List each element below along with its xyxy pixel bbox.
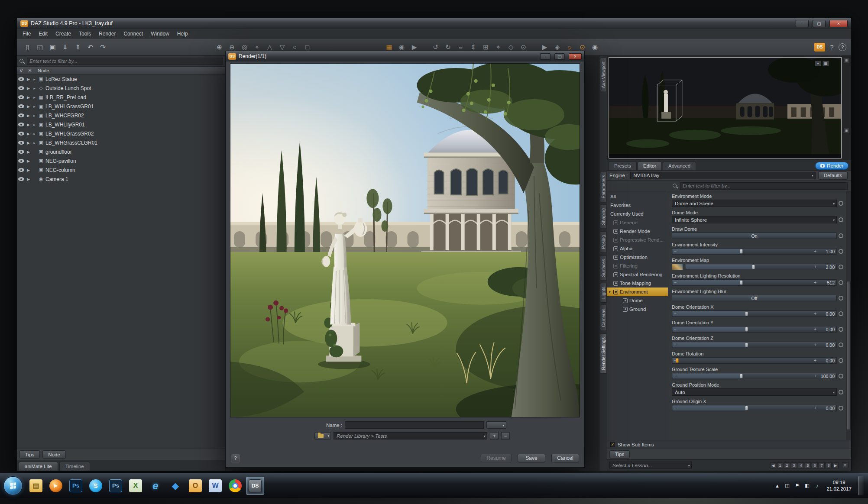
- render-button[interactable]: Render: [815, 162, 849, 170]
- selection-pointer-icon[interactable]: ▶: [26, 95, 31, 100]
- taskbar-daz-studio[interactable]: DS: [246, 477, 264, 495]
- property-toggle[interactable]: On: [672, 233, 837, 239]
- slider-handle[interactable]: [676, 358, 679, 363]
- scrollbar-thumb[interactable]: [847, 281, 851, 430]
- side-tab[interactable]: Cameras: [600, 305, 607, 331]
- tab-timeline[interactable]: Timeline: [59, 462, 90, 471]
- render-name-input[interactable]: [345, 421, 484, 429]
- property-slider[interactable]: 512: [672, 279, 837, 286]
- pager-page[interactable]: 1: [777, 462, 783, 468]
- selection-pointer-icon[interactable]: ▶: [26, 132, 31, 136]
- tips-button[interactable]: Tips: [19, 450, 40, 459]
- expand-caret-icon[interactable]: ▸: [32, 95, 36, 100]
- show-desktop-button[interactable]: [858, 476, 864, 495]
- settings-category[interactable]: ▾ Environment: [607, 288, 668, 296]
- pager-page[interactable]: 5: [805, 462, 811, 468]
- settings-category[interactable]: ▾ Progressive Rend...: [607, 236, 668, 244]
- scene-node-row[interactable]: ▶ ▸ ◉ Camera 1: [17, 174, 225, 184]
- slider-handle[interactable]: [745, 327, 748, 332]
- defaults-button[interactable]: Defaults: [818, 171, 848, 180]
- slider-increment-icon[interactable]: [814, 342, 816, 348]
- aux-camera-dropdown-icon[interactable]: ▾: [815, 61, 821, 66]
- taskbar-outlook[interactable]: O: [186, 477, 204, 495]
- menu-item[interactable]: Window: [147, 29, 173, 38]
- pager-page[interactable]: 7: [819, 462, 825, 468]
- property-slider[interactable]: 0.00: [672, 405, 837, 411]
- visibility-eye-icon[interactable]: [18, 77, 24, 81]
- slider-handle[interactable]: [745, 406, 748, 410]
- remove-folder-button[interactable]: −: [501, 432, 510, 439]
- selection-pointer-icon[interactable]: ▶: [26, 123, 31, 127]
- expand-caret-icon[interactable]: ▸: [32, 104, 36, 109]
- taskbar-word[interactable]: W: [206, 477, 224, 495]
- visibility-eye-icon[interactable]: [18, 86, 24, 90]
- pager-page[interactable]: 8: [826, 462, 832, 468]
- lesson-dropdown[interactable]: Select a Lesson...: [609, 462, 692, 469]
- scene-node-row[interactable]: ▶ ▸ ▣ LB_WHGrassCLGR01: [17, 138, 225, 147]
- gear-icon[interactable]: [839, 358, 843, 363]
- taskbar-excel[interactable]: X: [126, 477, 145, 495]
- visibility-eye-icon[interactable]: [18, 113, 24, 117]
- pager-prev-icon[interactable]: ◀: [770, 462, 776, 468]
- gear-icon[interactable]: [839, 327, 843, 332]
- visibility-eye-icon[interactable]: [18, 123, 24, 126]
- selection-pointer-icon[interactable]: ▶: [26, 113, 31, 118]
- property-slider[interactable]: 0.00: [672, 342, 837, 348]
- tray-flag-icon[interactable]: ⚑: [794, 483, 800, 488]
- slider-increment-icon[interactable]: [814, 358, 816, 363]
- redo-icon[interactable]: ↷: [97, 41, 109, 53]
- taskbar-photoshop[interactable]: Ps: [67, 477, 85, 495]
- slider-increment-icon[interactable]: [814, 249, 816, 254]
- property-slider[interactable]: 0.00: [672, 326, 837, 333]
- render-dialog-titlebar[interactable]: DS Render(1/1) – ▢ ×: [226, 51, 584, 61]
- selection-pointer-icon[interactable]: ▶: [26, 177, 31, 181]
- aux-viewport-preview[interactable]: ▾ ▦: [609, 57, 842, 158]
- whats-this-icon[interactable]: ?: [826, 41, 838, 53]
- taskbar-internet-explorer[interactable]: e: [146, 477, 165, 495]
- slider-increment-icon[interactable]: [814, 326, 816, 332]
- slider-decrement-icon[interactable]: [674, 249, 677, 254]
- settings-category[interactable]: ▾ Spectral Rendering: [607, 270, 668, 279]
- settings-category[interactable]: ▾ Dome: [607, 296, 668, 305]
- gear-icon[interactable]: [839, 296, 843, 300]
- start-button[interactable]: [3, 476, 23, 495]
- property-slider[interactable]: 100.00: [672, 373, 837, 379]
- undo-icon[interactable]: ↶: [84, 41, 96, 53]
- menu-item[interactable]: Edit: [35, 29, 52, 38]
- new-scene-icon[interactable]: ▯: [22, 41, 33, 53]
- menu-item[interactable]: Tools: [75, 29, 95, 38]
- minimize-button[interactable]: –: [796, 20, 809, 27]
- add-folder-button[interactable]: +: [490, 432, 499, 439]
- gear-icon[interactable]: [839, 342, 843, 347]
- gear-icon[interactable]: [839, 311, 843, 316]
- visibility-eye-icon[interactable]: [18, 168, 24, 172]
- tray-expand-icon[interactable]: ▲: [774, 483, 780, 488]
- visibility-eye-icon[interactable]: [18, 104, 24, 108]
- export-icon[interactable]: ⇑: [72, 41, 84, 53]
- selection-pointer-icon[interactable]: ▶: [26, 86, 31, 90]
- expand-caret-icon[interactable]: ▸: [32, 141, 36, 145]
- scene-node-row[interactable]: ▶ ▸ ▦ !LB_RR_PreLoad: [17, 93, 225, 102]
- menu-item[interactable]: Connect: [120, 29, 147, 38]
- property-slider[interactable]: 1.00: [672, 248, 837, 255]
- import-icon[interactable]: ⇓: [59, 41, 71, 53]
- slider-decrement-icon[interactable]: [674, 326, 677, 332]
- pager-next-icon[interactable]: ▶: [832, 462, 839, 468]
- taskbar-media-player[interactable]: ▶: [47, 477, 65, 495]
- visibility-eye-icon[interactable]: [18, 141, 24, 145]
- slider-decrement-icon[interactable]: [674, 405, 677, 411]
- selection-pointer-icon[interactable]: ▶: [26, 77, 31, 81]
- expand-caret-icon[interactable]: ▸: [32, 113, 36, 118]
- settings-category[interactable]: ▾ General: [607, 218, 668, 227]
- pager-page[interactable]: 6: [812, 462, 818, 468]
- scene-filter-input[interactable]: [27, 58, 223, 65]
- expand-caret-icon[interactable]: ▸: [32, 132, 36, 136]
- tab-aux-viewport[interactable]: Aux Viewport: [600, 58, 607, 92]
- gear-icon[interactable]: [839, 217, 843, 222]
- restore-button[interactable]: ▢: [813, 20, 826, 27]
- help-icon[interactable]: ?: [839, 43, 846, 51]
- side-tab[interactable]: Posing: [600, 231, 607, 253]
- taskbar-dropbox[interactable]: ◆: [166, 477, 185, 495]
- gear-icon[interactable]: [839, 249, 843, 254]
- menu-item[interactable]: Help: [173, 29, 192, 38]
